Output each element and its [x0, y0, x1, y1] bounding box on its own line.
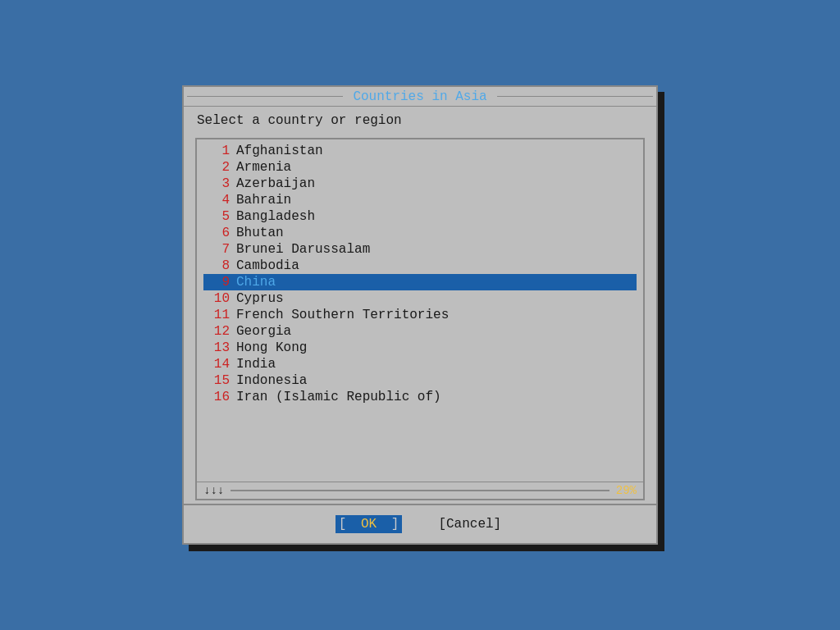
list-item[interactable]: 11French Southern Territories [203, 307, 637, 323]
ok-button[interactable]: [ OK ] [336, 515, 403, 533]
cancel-label: [Cancel] [438, 517, 501, 532]
item-name: Cyprus [236, 291, 284, 306]
item-number: 9 [203, 275, 230, 290]
list-item[interactable]: 15Indonesia [203, 372, 637, 389]
ok-label: OK [354, 517, 383, 532]
list-item[interactable]: 2Armenia [203, 159, 637, 176]
list-item[interactable]: 5Bangladesh [203, 208, 637, 225]
item-number: 15 [203, 373, 230, 388]
title-bar: Countries in Asia [184, 87, 656, 107]
list-item[interactable]: 6Bhutan [203, 225, 637, 241]
item-name: Bangladesh [236, 209, 315, 224]
item-number: 2 [203, 160, 230, 175]
country-list-container: 1Afghanistan2Armenia3Azerbaijan4Bahrain5… [195, 138, 645, 500]
ok-bracket-right: ] [383, 517, 399, 532]
item-name: Iran (Islamic Republic of) [236, 390, 441, 404]
item-number: 6 [203, 226, 230, 240]
title-line-right [497, 96, 653, 97]
progress-bar-row: ↓↓↓ 29% [197, 482, 643, 499]
list-item[interactable]: 14India [203, 356, 637, 372]
item-name: Azerbaijan [236, 176, 315, 191]
dialog-wrapper: Countries in Asia Select a country or re… [182, 85, 658, 545]
item-number: 13 [203, 340, 230, 355]
item-number: 7 [203, 242, 230, 257]
item-name: Cambodia [236, 258, 299, 273]
item-number: 12 [203, 324, 230, 339]
item-name: French Southern Territories [236, 308, 449, 322]
dialog-subtitle: Select a country or region [184, 107, 656, 135]
progress-track [231, 490, 609, 491]
item-name: Bhutan [236, 226, 284, 240]
dialog: Countries in Asia Select a country or re… [182, 85, 658, 545]
country-list[interactable]: 1Afghanistan2Armenia3Azerbaijan4Bahrain5… [197, 139, 643, 482]
list-item[interactable]: 12Georgia [203, 323, 637, 340]
item-number: 11 [203, 308, 230, 322]
item-name: Indonesia [236, 373, 307, 388]
ok-bracket-left: [ [339, 517, 354, 532]
list-item[interactable]: 3Azerbaijan [203, 176, 637, 192]
item-name: India [236, 357, 276, 372]
item-number: 1 [203, 144, 230, 158]
list-item[interactable]: 4Bahrain [203, 192, 637, 208]
item-name: Bahrain [236, 193, 291, 208]
list-item[interactable]: 8Cambodia [203, 258, 637, 274]
item-number: 5 [203, 209, 230, 224]
item-number: 10 [203, 291, 230, 306]
button-row: [ OK ] [Cancel] [184, 504, 656, 543]
scroll-arrows: ↓↓↓ [203, 484, 224, 497]
list-item[interactable]: 16Iran (Islamic Republic of) [203, 389, 637, 405]
list-item[interactable]: 7Brunei Darussalam [203, 241, 637, 258]
item-name: Brunei Darussalam [236, 242, 370, 257]
list-item[interactable]: 1Afghanistan [203, 143, 637, 159]
item-number: 4 [203, 193, 230, 208]
item-number: 8 [203, 258, 230, 273]
item-number: 3 [203, 176, 230, 191]
dialog-title: Countries in Asia [346, 86, 493, 107]
item-number: 16 [203, 390, 230, 404]
item-name: China [236, 275, 276, 290]
list-item[interactable]: 10Cyprus [203, 290, 637, 307]
item-name: Georgia [236, 324, 291, 339]
item-number: 14 [203, 357, 230, 372]
item-name: Afghanistan [236, 144, 323, 158]
cancel-button[interactable]: [Cancel] [435, 515, 504, 533]
list-item[interactable]: 13Hong Kong [203, 340, 637, 356]
progress-percent: 29% [616, 484, 637, 497]
progress-fill [231, 490, 340, 491]
title-line-left [187, 96, 343, 97]
item-name: Hong Kong [236, 340, 307, 355]
item-name: Armenia [236, 160, 291, 175]
list-item[interactable]: 9China [203, 274, 637, 290]
